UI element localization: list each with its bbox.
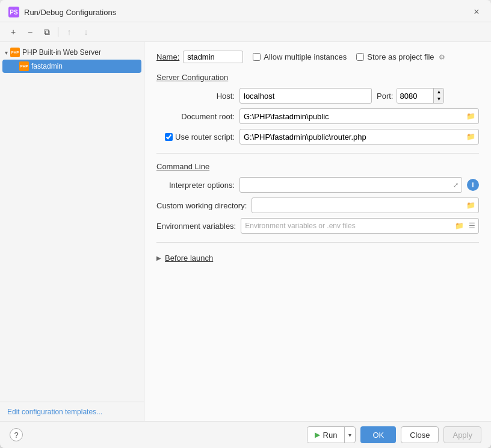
working-dir-input[interactable] — [253, 201, 465, 210]
help-button[interactable]: ? — [10, 428, 23, 441]
host-input[interactable] — [239, 88, 372, 104]
router-script-row: Use router script: 📁 — [156, 129, 479, 145]
command-line-title: Command Line — [156, 162, 479, 171]
allow-multiple-instances-label[interactable]: Allow multiple instances — [264, 52, 347, 61]
chevron-down-icon: ▾ — [5, 49, 8, 56]
interpreter-options-label: Interpreter options: — [156, 181, 235, 190]
port-input[interactable] — [397, 89, 433, 103]
edit-templates-link[interactable]: Edit configuration templates... — [7, 408, 102, 416]
dialog-title: Run/Debug Configurations — [24, 8, 116, 17]
server-config-section: Server Configuration Host: Port: ▲ ▼ — [156, 73, 479, 145]
doc-root-input[interactable] — [241, 112, 465, 121]
host-port-row: Host: Port: ▲ ▼ — [156, 88, 479, 104]
footer-right: ▶ Run ▾ OK Close Apply — [307, 426, 481, 443]
item-php-icon: PHP — [19, 61, 29, 71]
sidebar-group-header[interactable]: ▾ PHP PHP Built-in Web Server — [0, 46, 144, 59]
sidebar-bottom: Edit configuration templates... — [0, 402, 144, 421]
footer-left: ? — [10, 428, 23, 441]
apply-button[interactable]: Apply — [443, 426, 481, 443]
move-down-icon: ↓ — [84, 27, 88, 37]
group-php-icon: PHP — [10, 48, 20, 57]
port-label: Port: — [377, 92, 393, 101]
config-top: Name: Allow multiple instances Store as … — [156, 51, 479, 63]
dialog-close-button[interactable]: × — [471, 6, 483, 18]
sidebar-wrapper: ▾ PHP PHP Built-in Web Server PHP fastad… — [0, 42, 144, 421]
sidebar-item-label: fastadmin — [31, 62, 63, 70]
use-router-checkbox[interactable] — [165, 133, 173, 141]
copy-icon: ⧉ — [44, 27, 50, 37]
doc-root-browse-icon[interactable]: 📁 — [465, 112, 477, 120]
interpreter-options-input[interactable] — [241, 181, 451, 190]
port-group: Port: ▲ ▼ — [377, 88, 444, 104]
sidebar-item-fastadmin[interactable]: PHP fastadmin — [2, 60, 141, 73]
port-input-wrap: ▲ ▼ — [397, 88, 444, 104]
interpreter-options-row: Interpreter options: ⤢ i — [156, 177, 479, 193]
working-dir-input-wrap: 📁 — [252, 198, 479, 213]
working-dir-label: Custom working directory: — [156, 201, 247, 210]
doc-root-input-wrap: 📁 — [239, 108, 479, 124]
copy-config-button[interactable]: ⧉ — [40, 25, 54, 39]
server-config-title: Server Configuration — [156, 73, 479, 82]
env-placeholder: Environment variables or .env files — [242, 222, 453, 230]
allow-multiple-instances-group: Allow multiple instances — [253, 52, 347, 61]
env-variables-label: Environment variables: — [156, 222, 236, 231]
router-input-wrap: 📁 — [239, 129, 479, 145]
help-info-icon[interactable]: ⚙ — [439, 53, 445, 61]
env-input-wrap: Environment variables or .env files 📁 ☰ — [241, 218, 479, 234]
app-icon: PS — [8, 7, 19, 17]
doc-root-row: Document root: 📁 — [156, 108, 479, 124]
second-divider — [156, 242, 479, 243]
use-router-label[interactable]: Use router script: — [175, 132, 235, 142]
footer: ? ▶ Run ▾ OK Close Apply — [0, 421, 491, 448]
move-up-button[interactable]: ↑ — [62, 25, 76, 39]
move-down-button[interactable]: ↓ — [79, 25, 93, 39]
port-spinners: ▲ ▼ — [433, 89, 443, 103]
play-icon: ▶ — [315, 431, 320, 439]
command-line-section: Command Line Interpreter options: ⤢ i Cu… — [156, 162, 479, 234]
info-icon[interactable]: i — [467, 179, 479, 191]
close-config-button[interactable]: Close — [401, 426, 439, 443]
env-edit-icon[interactable]: ☰ — [467, 222, 477, 230]
before-launch-chevron-icon: ▶ — [156, 255, 161, 261]
name-label: Name: — [156, 52, 179, 61]
expand-icon[interactable]: ⤢ — [451, 181, 460, 189]
store-as-project-file-checkbox[interactable] — [356, 53, 364, 61]
run-button-group: ▶ Run ▾ — [307, 426, 356, 443]
run-label: Run — [323, 431, 338, 440]
before-launch-label: Before launch — [165, 254, 213, 263]
toolbar: + − ⧉ ↑ ↓ — [0, 22, 491, 42]
remove-config-button[interactable]: − — [23, 25, 37, 39]
doc-root-label: Document root: — [156, 112, 235, 121]
main-content: ▾ PHP PHP Built-in Web Server PHP fastad… — [0, 42, 491, 421]
port-decrement-button[interactable]: ▼ — [434, 96, 443, 103]
env-variables-row: Environment variables: Environment varia… — [156, 218, 479, 234]
working-dir-row: Custom working directory: 📁 — [156, 198, 479, 213]
move-up-icon: ↑ — [67, 27, 72, 37]
run-button[interactable]: ▶ Run — [307, 428, 345, 442]
router-browse-icon[interactable]: 📁 — [465, 132, 477, 141]
add-icon: + — [11, 27, 16, 37]
before-launch-row[interactable]: ▶ Before launch — [156, 251, 479, 265]
title-bar-left: PS Run/Debug Configurations — [8, 7, 116, 17]
add-config-button[interactable]: + — [6, 25, 20, 39]
store-as-project-file-label[interactable]: Store as project file — [367, 52, 434, 61]
env-browse-icon[interactable]: 📁 — [453, 222, 466, 230]
port-increment-button[interactable]: ▲ — [434, 89, 443, 96]
router-input[interactable] — [241, 132, 465, 142]
remove-icon: − — [28, 27, 32, 37]
name-group: Name: — [156, 51, 243, 63]
ok-button[interactable]: OK — [360, 426, 396, 443]
run-dropdown-button[interactable]: ▾ — [345, 429, 355, 441]
host-label: Host: — [156, 92, 235, 101]
config-panel: Name: Allow multiple instances Store as … — [144, 42, 491, 421]
allow-multiple-instances-checkbox[interactable] — [253, 53, 261, 61]
toolbar-separator — [58, 27, 58, 37]
run-debug-dialog: PS Run/Debug Configurations × + − ⧉ ↑ ↓ — [0, 0, 491, 448]
interpreter-input-wrap: ⤢ — [239, 177, 462, 193]
store-as-project-file-group: Store as project file ⚙ — [356, 52, 445, 61]
title-bar: PS Run/Debug Configurations × — [0, 0, 491, 22]
name-input[interactable] — [183, 51, 243, 63]
working-dir-browse-icon[interactable]: 📁 — [465, 201, 477, 210]
sidebar-group-label: PHP Built-in Web Server — [22, 48, 101, 57]
section-divider — [156, 153, 479, 154]
